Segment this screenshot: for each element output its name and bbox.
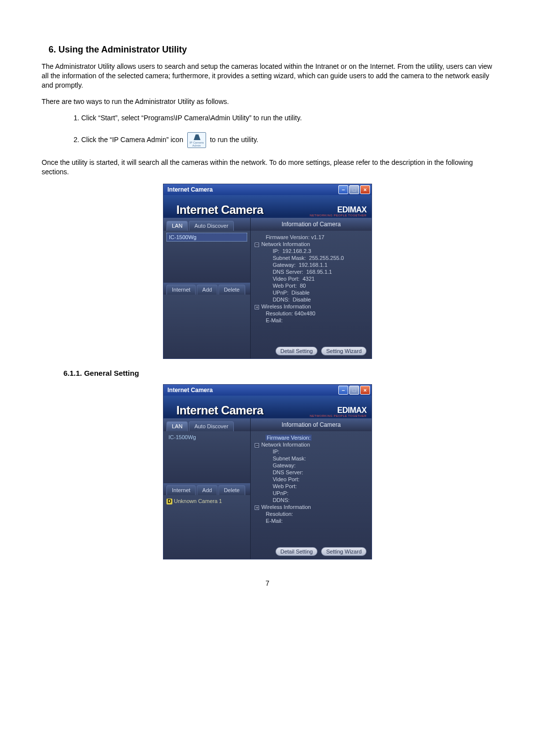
info-wireless-node: +Wireless Information <box>255 504 367 510</box>
maximize-button[interactable]: □ <box>349 185 359 194</box>
logo-text: EDIMAX <box>337 205 367 214</box>
info-webport: Web Port: <box>255 483 367 490</box>
logo-tagline: NETWORKING PEOPLE TOGETHER <box>310 414 367 417</box>
after-paragraph: Once the utility is started, it will sea… <box>42 158 493 177</box>
info-firmware: Firmware Version: v1.17 <box>255 234 367 241</box>
info-resolution: Resolution: <box>255 510 367 517</box>
device-d-icon: D <box>166 499 172 504</box>
titlebar: Internet Camera – □ × <box>163 385 372 396</box>
window-title: Internet Camera <box>167 186 337 193</box>
top-tabstrip: LAN Auto Discover <box>163 418 251 431</box>
top-tabstrip: LAN Auto Discover <box>163 218 251 231</box>
plus-icon[interactable]: + <box>255 505 259 510</box>
internet-listbox[interactable] <box>163 295 250 358</box>
info-webport: Web Port: 80 <box>255 282 367 289</box>
section-heading: 6. Using the Administrator Utility <box>49 45 493 55</box>
info-pane: Firmware Version: −Network Information I… <box>251 431 372 559</box>
minus-icon[interactable]: − <box>255 443 259 448</box>
lan-item-ic1500wg[interactable]: IC-1500Wg <box>166 433 247 441</box>
body-row: IC-1500Wg Internet Add Delete DUnknown C… <box>163 431 372 559</box>
setting-wizard-button[interactable]: Setting Wizard <box>321 547 367 556</box>
info-gateway: Gateway: 192.168.1.1 <box>255 261 367 268</box>
ways-paragraph: There are two ways to run the Administra… <box>42 97 493 106</box>
info-ddns: DDNS: <box>255 497 367 504</box>
close-button[interactable]: × <box>360 185 370 194</box>
step-2-text-a: Click the “IP Camera Admin” icon <box>81 136 183 144</box>
subsection-heading: 6.1.1. General Setting <box>63 369 493 377</box>
window-title: Internet Camera <box>167 387 337 394</box>
info-ddns: DDNS: Disable <box>255 296 367 303</box>
info-netinfo-node: −Network Information <box>255 241 367 248</box>
info-netinfo-node: −Network Information <box>255 441 367 448</box>
info-wireless-label: Wireless Information <box>261 504 311 510</box>
banner: Internet Camera EDIMAX NETWORKING PEOPLE… <box>163 396 372 418</box>
bottom-buttons: Detail Setting Setting Wizard <box>273 347 367 355</box>
setting-wizard-button[interactable]: Setting Wizard <box>321 347 367 355</box>
lan-item-ic1500wg[interactable]: IC-1500Wg <box>166 233 247 242</box>
left-pane: IC-1500Wg Internet Add Delete <box>163 231 251 358</box>
internet-item-unknown[interactable]: DUnknown Camera 1 <box>166 497 247 505</box>
tab-lan[interactable]: LAN <box>166 221 188 231</box>
maximize-button[interactable]: □ <box>349 386 359 395</box>
info-upnp: UPnP: Disable <box>255 289 367 296</box>
page-number: 7 <box>42 579 493 587</box>
minimize-button[interactable]: – <box>338 386 348 395</box>
titlebar: Internet Camera – □ × <box>163 184 372 195</box>
tab-auto-discover[interactable]: Auto Discover <box>189 421 233 431</box>
banner-title: Internet Camera <box>176 203 310 217</box>
info-netinfo-label: Network Information <box>261 442 310 448</box>
step-2: Click the “IP Camera Admin” icon to run … <box>81 132 493 148</box>
info-firmware: Firmware Version: <box>255 434 367 441</box>
info-videoport: Video Port: <box>255 476 367 483</box>
step-1: Click “Start”, select “Programs\IP Camer… <box>81 113 493 123</box>
plus-icon[interactable]: + <box>255 305 259 309</box>
tab-add[interactable]: Add <box>197 485 217 495</box>
tab-auto-discover[interactable]: Auto Discover <box>189 221 233 231</box>
info-subnet: Subnet Mask: 255.255.255.0 <box>255 254 367 261</box>
info-email: E-Mail: <box>255 517 367 524</box>
lan-listbox[interactable]: IC-1500Wg <box>163 431 250 483</box>
tab-delete[interactable]: Delete <box>218 285 245 295</box>
info-email: E-Mail: <box>255 317 367 324</box>
app-window-2: Internet Camera – □ × Internet Camera ED… <box>163 384 372 559</box>
edimax-logo: EDIMAX NETWORKING PEOPLE TOGETHER <box>310 406 367 417</box>
logo-text: EDIMAX <box>337 406 367 414</box>
tab-internet[interactable]: Internet <box>166 485 196 495</box>
info-netinfo-label: Network Information <box>261 241 310 247</box>
firmware-highlight: Firmware Version: <box>266 435 312 441</box>
info-gateway: Gateway: <box>255 462 367 469</box>
page: 6. Using the Administrator Utility The A… <box>0 0 535 607</box>
tab-lan[interactable]: LAN <box>166 421 188 431</box>
info-videoport: Video Port: 4321 <box>255 275 367 282</box>
info-dns: DNS Server: <box>255 469 367 476</box>
bottom-buttons: Detail Setting Setting Wizard <box>273 547 367 556</box>
info-ip: IP: 192.168.2.3 <box>255 248 367 254</box>
body-row: IC-1500Wg Internet Add Delete Firmware V… <box>163 231 372 358</box>
minus-icon[interactable]: − <box>255 243 259 247</box>
info-header: Information of Camera <box>251 218 372 231</box>
tab-internet[interactable]: Internet <box>166 285 196 295</box>
detail-setting-button[interactable]: Detail Setting <box>275 347 318 355</box>
edimax-logo: EDIMAX NETWORKING PEOPLE TOGETHER <box>310 206 367 217</box>
minimize-button[interactable]: – <box>338 185 348 194</box>
lan-listbox[interactable]: IC-1500Wg <box>163 231 250 283</box>
toolbar-row: LAN Auto Discover Information of Camera <box>163 418 372 431</box>
info-wireless-label: Wireless Information <box>261 303 311 309</box>
intro-paragraph: The Administrator Utility allows users t… <box>42 62 493 90</box>
internet-listbox[interactable]: DUnknown Camera 1 <box>163 495 250 559</box>
info-upnp: UPnP: <box>255 490 367 497</box>
banner-title: Internet Camera <box>176 403 310 417</box>
toolbar-row: LAN Auto Discover Information of Camera <box>163 218 372 231</box>
tab-add[interactable]: Add <box>197 285 217 295</box>
bottom-tabstrip: Internet Add Delete <box>163 283 250 295</box>
close-button[interactable]: × <box>360 386 370 395</box>
detail-setting-button[interactable]: Detail Setting <box>275 547 318 556</box>
ip-camera-admin-icon <box>187 132 206 148</box>
info-pane: Firmware Version: v1.17 −Network Informa… <box>251 231 372 358</box>
tab-delete[interactable]: Delete <box>218 485 245 495</box>
banner: Internet Camera EDIMAX NETWORKING PEOPLE… <box>163 195 372 218</box>
logo-tagline: NETWORKING PEOPLE TOGETHER <box>310 214 367 217</box>
info-header: Information of Camera <box>251 418 372 431</box>
internet-item-label: Unknown Camera 1 <box>174 498 222 504</box>
steps-list: Click “Start”, select “Programs\IP Camer… <box>42 113 493 149</box>
